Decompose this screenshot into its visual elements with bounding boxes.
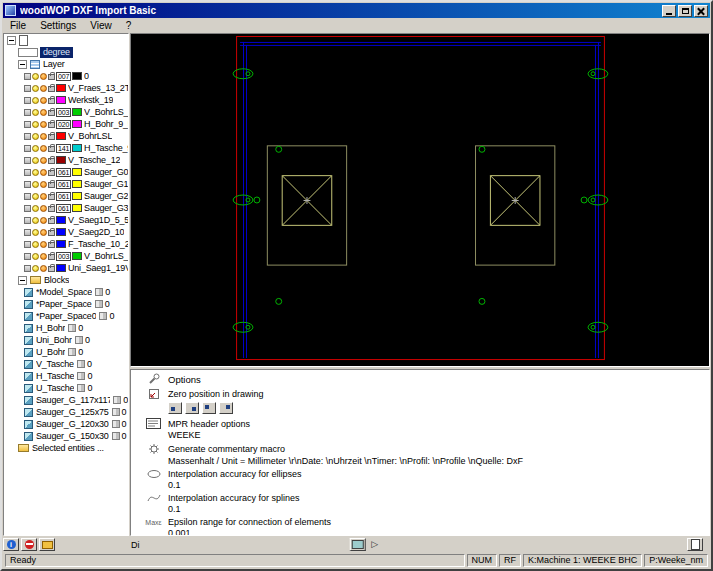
- freeze-icon[interactable]: [40, 85, 47, 92]
- macro-value[interactable]: Massenhalt / Unit = Millimeter \r\nDate:…: [131, 455, 709, 466]
- layer-color-swatch[interactable]: [72, 144, 82, 152]
- bulb-icon[interactable]: [32, 229, 39, 236]
- epsilon-value[interactable]: 0.001: [131, 527, 709, 536]
- block-row[interactable]: U_Tasche 0: [4, 382, 128, 394]
- lock-icon[interactable]: [48, 182, 55, 188]
- layer-group-row[interactable]: Layer: [4, 58, 128, 70]
- layer-row[interactable]: V_BohrLSL: [4, 130, 128, 142]
- lock-icon[interactable]: [48, 206, 55, 212]
- bulb-icon[interactable]: [32, 253, 39, 260]
- zero-pos-bottom-left-button[interactable]: [168, 402, 182, 414]
- info-button[interactable]: i: [3, 538, 19, 551]
- freeze-icon[interactable]: [40, 97, 47, 104]
- lock-icon[interactable]: [48, 266, 55, 272]
- layer-color-swatch[interactable]: [56, 156, 66, 164]
- layer-row[interactable]: V_Saeg2D_10: [4, 226, 128, 238]
- lock-icon[interactable]: [48, 86, 55, 92]
- mpr-header-value[interactable]: WEEKE: [131, 429, 709, 440]
- layer-row[interactable]: V_Tasche_12: [4, 154, 128, 166]
- zero-pos-bottom-right-button[interactable]: [185, 402, 199, 414]
- close-button[interactable]: [694, 5, 708, 17]
- layer-color-swatch[interactable]: [72, 204, 82, 212]
- block-row[interactable]: U_Bohr 0: [4, 346, 128, 358]
- block-row[interactable]: Uni_Bohr 0: [4, 334, 128, 346]
- freeze-icon[interactable]: [40, 253, 47, 260]
- block-row[interactable]: H_Bohr 0: [4, 322, 128, 334]
- freeze-icon[interactable]: [40, 193, 47, 200]
- sheet-button[interactable]: [687, 538, 703, 551]
- layer-row[interactable]: 061 Sauger_G1: [4, 178, 128, 190]
- bulb-icon[interactable]: [32, 169, 39, 176]
- layer-color-swatch[interactable]: [56, 240, 66, 248]
- zero-pos-top-right-button[interactable]: [219, 402, 233, 414]
- block-row[interactable]: *Paper_Space 0: [4, 298, 128, 310]
- freeze-icon[interactable]: [40, 157, 47, 164]
- lock-icon[interactable]: [48, 194, 55, 200]
- play-icon[interactable]: ▷: [371, 538, 378, 551]
- block-row[interactable]: Sauger_G_120x30 0: [4, 418, 128, 430]
- bulb-icon[interactable]: [32, 181, 39, 188]
- collapse-icon[interactable]: [18, 276, 27, 285]
- freeze-icon[interactable]: [40, 169, 47, 176]
- tree-root-row[interactable]: [4, 34, 128, 46]
- tree-selected-row[interactable]: degree: [4, 46, 128, 58]
- lock-icon[interactable]: [48, 230, 55, 236]
- bulb-icon[interactable]: [32, 265, 39, 272]
- menu-item[interactable]: Settings: [33, 19, 83, 32]
- menu-item[interactable]: View: [83, 19, 119, 32]
- layer-row[interactable]: F_Tasche_10_2: [4, 238, 128, 250]
- block-row[interactable]: H_Tasche 0: [4, 370, 128, 382]
- layer-color-swatch[interactable]: [72, 180, 82, 188]
- lock-icon[interactable]: [48, 254, 55, 260]
- selected-entities-row[interactable]: Selected entities ...: [4, 442, 128, 454]
- lock-icon[interactable]: [48, 146, 55, 152]
- lock-icon[interactable]: [48, 122, 55, 128]
- monitor-button[interactable]: [349, 538, 365, 551]
- freeze-icon[interactable]: [40, 109, 47, 116]
- menu-item[interactable]: File: [3, 19, 33, 32]
- layer-row[interactable]: V_Fraes_13_2T: [4, 82, 128, 94]
- lock-icon[interactable]: [48, 110, 55, 116]
- freeze-icon[interactable]: [40, 205, 47, 212]
- layer-row[interactable]: 141 H_Tasche_9_5I: [4, 142, 128, 154]
- lock-icon[interactable]: [48, 218, 55, 224]
- lock-icon[interactable]: [48, 158, 55, 164]
- layer-color-swatch[interactable]: [56, 264, 66, 272]
- freeze-icon[interactable]: [40, 181, 47, 188]
- layer-row[interactable]: 020 H_Bohr_9_5: [4, 118, 128, 130]
- layer-row[interactable]: 003 V_BohrLS_13_5: [4, 250, 128, 262]
- freeze-icon[interactable]: [40, 133, 47, 140]
- freeze-icon[interactable]: [40, 73, 47, 80]
- maximize-button[interactable]: [678, 5, 692, 17]
- collapse-icon[interactable]: [7, 36, 16, 45]
- bulb-icon[interactable]: [32, 145, 39, 152]
- lock-icon[interactable]: [48, 242, 55, 248]
- freeze-icon[interactable]: [40, 145, 47, 152]
- block-row[interactable]: Sauger_G_117x117 0: [4, 394, 128, 406]
- layer-row[interactable]: 003 V_BohrLS_14_2: [4, 106, 128, 118]
- bulb-icon[interactable]: [32, 97, 39, 104]
- lock-icon[interactable]: [48, 170, 55, 176]
- layer-color-swatch[interactable]: [72, 252, 82, 260]
- block-row[interactable]: V_Tasche 0: [4, 358, 128, 370]
- bulb-icon[interactable]: [32, 241, 39, 248]
- menu-item[interactable]: ?: [119, 19, 139, 32]
- layer-row[interactable]: 061 Sauger_G3: [4, 202, 128, 214]
- layer-color-swatch[interactable]: [72, 72, 82, 80]
- bulb-icon[interactable]: [32, 85, 39, 92]
- layer-row[interactable]: Werkstk_19: [4, 94, 128, 106]
- layer-color-swatch[interactable]: [72, 192, 82, 200]
- layer-color-swatch[interactable]: [72, 168, 82, 176]
- bulb-icon[interactable]: [32, 205, 39, 212]
- freeze-icon[interactable]: [40, 265, 47, 272]
- cad-viewport[interactable]: [130, 33, 710, 367]
- layer-color-swatch[interactable]: [56, 96, 66, 104]
- layer-color-swatch[interactable]: [56, 132, 66, 140]
- blocks-group-row[interactable]: Blocks: [4, 274, 128, 286]
- layer-color-swatch[interactable]: [72, 120, 82, 128]
- layer-color-swatch[interactable]: [56, 216, 66, 224]
- layer-row[interactable]: Uni_Saeg1_19V: [4, 262, 128, 274]
- rotation-edit-box[interactable]: [18, 48, 38, 57]
- bulb-icon[interactable]: [32, 121, 39, 128]
- freeze-icon[interactable]: [40, 121, 47, 128]
